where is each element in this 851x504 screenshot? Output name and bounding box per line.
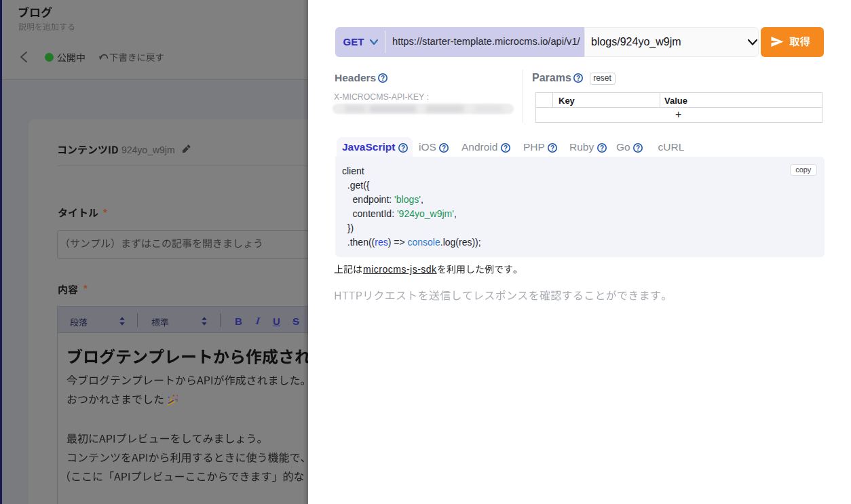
- svg-text:?: ?: [401, 144, 405, 151]
- svg-text:?: ?: [576, 74, 580, 81]
- svg-text:?: ?: [504, 144, 508, 151]
- svg-text:?: ?: [380, 74, 384, 81]
- svg-text:?: ?: [600, 144, 604, 151]
- svg-text:?: ?: [550, 144, 554, 151]
- svg-text:?: ?: [442, 144, 446, 151]
- svg-text:?: ?: [636, 144, 640, 151]
